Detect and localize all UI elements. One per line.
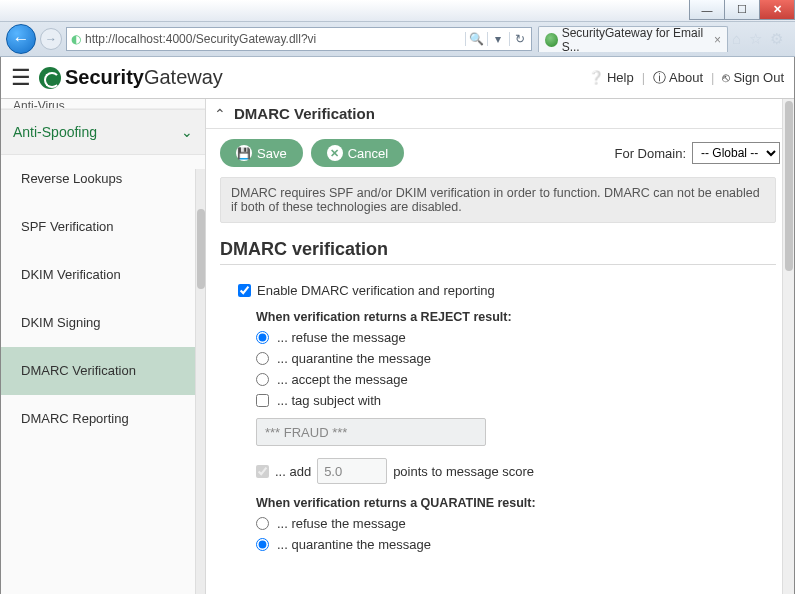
for-domain-group: For Domain: -- Global -- xyxy=(614,142,780,164)
reject-accept-radio[interactable] xyxy=(256,373,269,386)
favorites-icon[interactable]: ☆ xyxy=(749,30,762,48)
reject-score-input[interactable] xyxy=(317,458,387,484)
sidebar-scroll-thumb[interactable] xyxy=(197,209,205,289)
main-header: ⌃ DMARC Verification xyxy=(206,99,794,129)
address-bar[interactable]: ◐ http://localhost:4000/SecurityGateway.… xyxy=(66,27,532,51)
sidebar-scrollbar[interactable] xyxy=(195,169,205,594)
reject-quarantine-row[interactable]: ... quarantine the message xyxy=(256,351,776,366)
enable-dmarc-label: Enable DMARC verification and reporting xyxy=(257,283,495,298)
chevron-down-icon: ⌄ xyxy=(181,124,193,140)
home-icon[interactable]: ⌂ xyxy=(732,30,741,48)
search-icon[interactable]: 🔍 xyxy=(465,32,487,46)
window-maximize-button[interactable]: ☐ xyxy=(724,0,760,20)
signout-link[interactable]: ⎋Sign Out xyxy=(722,70,784,85)
cancel-icon: ✕ xyxy=(327,145,343,161)
reject-quarantine-radio[interactable] xyxy=(256,352,269,365)
about-link[interactable]: ⓘAbout xyxy=(653,69,703,87)
logo-icon xyxy=(39,67,61,89)
reject-score-post-label: points to message score xyxy=(393,464,534,479)
domain-select[interactable]: -- Global -- xyxy=(692,142,780,164)
reject-accept-label: ... accept the message xyxy=(277,372,408,387)
sidebar-prev-section[interactable]: Anti-Virus xyxy=(1,99,205,109)
reject-tag-checkbox[interactable] xyxy=(256,394,269,407)
sidebar-item-dmarc-reporting[interactable]: DMARC Reporting xyxy=(1,395,205,443)
content-area: DMARC requires SPF and/or DKIM verificat… xyxy=(206,177,794,594)
main-scroll-thumb[interactable] xyxy=(785,101,793,271)
window-minimize-button[interactable]: — xyxy=(689,0,725,20)
sidebar-item-dkim-verification[interactable]: DKIM Verification xyxy=(1,251,205,299)
save-icon: 💾 xyxy=(236,145,252,161)
enable-dmarc-checkbox[interactable] xyxy=(238,284,251,297)
reject-score-checkbox[interactable] xyxy=(256,465,269,478)
reject-score-pre-label: ... add xyxy=(275,464,311,479)
nav-back-button[interactable]: ← xyxy=(6,24,36,54)
help-icon: ❔ xyxy=(588,70,604,85)
page: ☰ SecurityGateway ❔Help | ⓘAbout | ⎋Sign… xyxy=(0,57,795,594)
main-scrollbar[interactable] xyxy=(782,99,794,594)
quar-quarantine-row[interactable]: ... quarantine the message xyxy=(256,537,776,552)
dropdown-icon[interactable]: ▾ xyxy=(487,32,509,46)
header-links: ❔Help | ⓘAbout | ⎋Sign Out xyxy=(588,69,784,87)
section-title: DMARC verification xyxy=(220,239,776,265)
reject-accept-row[interactable]: ... accept the message xyxy=(256,372,776,387)
window-controls: — ☐ ✕ xyxy=(0,0,795,22)
sidebar: Anti-Virus Anti-Spoofing ⌄ Reverse Looku… xyxy=(1,99,206,594)
reject-quarantine-label: ... quarantine the message xyxy=(277,351,431,366)
url-text[interactable]: http://localhost:4000/SecurityGateway.dl… xyxy=(85,32,465,46)
reject-refuse-row[interactable]: ... refuse the message xyxy=(256,330,776,345)
quar-quarantine-label: ... quarantine the message xyxy=(277,537,431,552)
browser-tab[interactable]: SecurityGateway for Email S... × xyxy=(538,26,728,52)
signout-icon: ⎋ xyxy=(722,70,730,85)
reject-tag-label: ... tag subject with xyxy=(277,393,381,408)
tab-close-icon[interactable]: × xyxy=(714,33,721,47)
cancel-button[interactable]: ✕ Cancel xyxy=(311,139,404,167)
quar-refuse-label: ... refuse the message xyxy=(277,516,406,531)
notice-banner: DMARC requires SPF and/or DKIM verificat… xyxy=(220,177,776,223)
tools-icon[interactable]: ⚙ xyxy=(770,30,783,48)
refresh-icon[interactable]: ↻ xyxy=(509,32,531,46)
help-link[interactable]: ❔Help xyxy=(588,70,634,85)
reject-score-row: ... add points to message score xyxy=(256,458,776,484)
sidebar-item-dkim-signing[interactable]: DKIM Signing xyxy=(1,299,205,347)
quarantine-heading: When verification returns a QUARATINE re… xyxy=(256,496,776,510)
nav-forward-button[interactable]: → xyxy=(40,28,62,50)
sidebar-item-spf-verification[interactable]: SPF Verification xyxy=(1,203,205,251)
action-bar: 💾 Save ✕ Cancel For Domain: -- Global -- xyxy=(206,129,794,177)
reject-tag-row[interactable]: ... tag subject with xyxy=(256,393,776,408)
reject-tag-input[interactable] xyxy=(256,418,486,446)
collapse-chevron-icon[interactable]: ⌃ xyxy=(214,106,226,122)
for-domain-label: For Domain: xyxy=(614,146,686,161)
quar-quarantine-radio[interactable] xyxy=(256,538,269,551)
logo-text: SecurityGateway xyxy=(65,66,223,89)
sidebar-section-label: Anti-Spoofing xyxy=(13,124,97,140)
tab-title: SecurityGateway for Email S... xyxy=(562,26,710,54)
site-icon: ◐ xyxy=(67,32,85,46)
save-button[interactable]: 💾 Save xyxy=(220,139,303,167)
app-header: ☰ SecurityGateway ❔Help | ⓘAbout | ⎋Sign… xyxy=(1,57,794,99)
app-logo[interactable]: SecurityGateway xyxy=(39,66,223,89)
enable-dmarc-row[interactable]: Enable DMARC verification and reporting xyxy=(238,283,776,298)
app-body: Anti-Virus Anti-Spoofing ⌄ Reverse Looku… xyxy=(1,99,794,594)
browser-toolbar-icons: ⌂ ☆ ⚙ xyxy=(732,30,789,48)
quar-refuse-row[interactable]: ... refuse the message xyxy=(256,516,776,531)
sidebar-item-reverse-lookups[interactable]: Reverse Lookups xyxy=(1,155,205,203)
sidebar-item-dmarc-verification[interactable]: DMARC Verification xyxy=(1,347,205,395)
info-icon: ⓘ xyxy=(653,69,666,87)
tab-favicon xyxy=(545,33,558,47)
form-block: Enable DMARC verification and reporting … xyxy=(220,269,776,552)
quar-refuse-radio[interactable] xyxy=(256,517,269,530)
menu-icon[interactable]: ☰ xyxy=(11,65,35,91)
sidebar-section-antispoofing[interactable]: Anti-Spoofing ⌄ xyxy=(1,109,205,155)
browser-chrome: — ☐ ✕ ← → ◐ http://localhost:4000/Securi… xyxy=(0,0,795,57)
reject-refuse-label: ... refuse the message xyxy=(277,330,406,345)
reject-refuse-radio[interactable] xyxy=(256,331,269,344)
main-panel: ⌃ DMARC Verification 💾 Save ✕ Cancel For… xyxy=(206,99,794,594)
page-title: DMARC Verification xyxy=(234,105,375,122)
reject-heading: When verification returns a REJECT resul… xyxy=(256,310,776,324)
window-close-button[interactable]: ✕ xyxy=(759,0,795,20)
